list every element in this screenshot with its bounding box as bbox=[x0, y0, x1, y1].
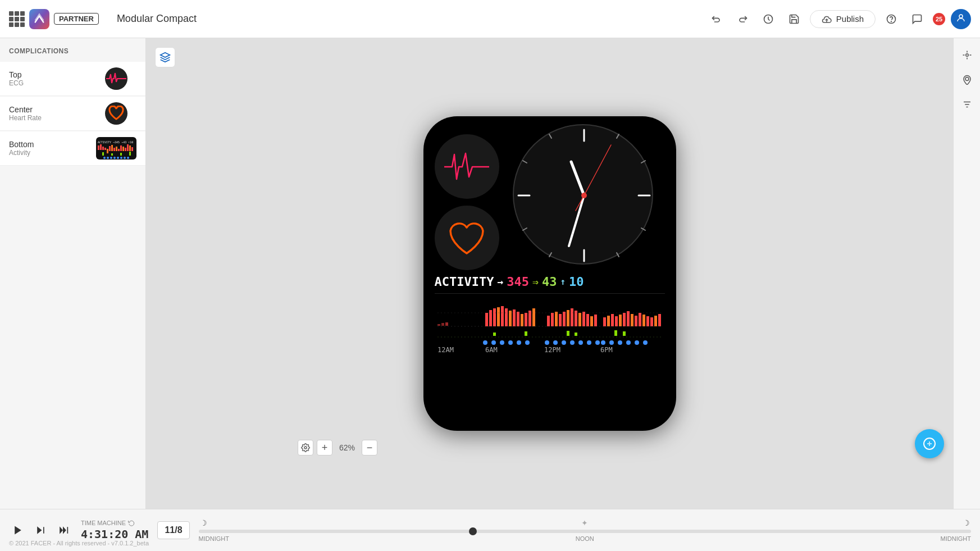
svg-rect-15 bbox=[118, 149, 120, 151]
svg-rect-72 bbox=[563, 312, 566, 326]
notification-badge[interactable]: 25 bbox=[933, 13, 945, 25]
clock-face bbox=[513, 124, 653, 265]
svg-rect-84 bbox=[615, 316, 618, 326]
svg-point-28 bbox=[110, 157, 112, 159]
svg-rect-8 bbox=[102, 147, 104, 150]
left-panel: COMPLICATIONS Top ECG Center Heart Rate bbox=[0, 38, 146, 509]
svg-point-117 bbox=[595, 340, 600, 345]
main-area: COMPLICATIONS Top ECG Center Heart Rate bbox=[0, 38, 980, 509]
svg-marker-34 bbox=[161, 53, 170, 57]
wf-ecg-complication[interactable] bbox=[435, 134, 499, 199]
activity-val2: 43 bbox=[542, 275, 557, 289]
redo-button[interactable] bbox=[732, 9, 753, 29]
svg-point-27 bbox=[107, 157, 109, 159]
svg-rect-24 bbox=[120, 153, 122, 156]
grid-icon[interactable] bbox=[9, 11, 25, 27]
svg-point-31 bbox=[120, 157, 122, 159]
svg-point-119 bbox=[609, 340, 614, 345]
svg-rect-22 bbox=[102, 152, 104, 156]
svg-point-109 bbox=[517, 340, 521, 345]
svg-point-120 bbox=[618, 340, 622, 345]
zoom-out-button[interactable]: − bbox=[362, 440, 377, 456]
svg-rect-55 bbox=[485, 313, 488, 326]
save-button[interactable] bbox=[784, 9, 804, 29]
activity-val1: 345 bbox=[507, 275, 529, 289]
svg-line-41 bbox=[641, 228, 645, 230]
svg-point-29 bbox=[113, 157, 116, 159]
avatar-button[interactable] bbox=[951, 9, 971, 29]
timeline-midnight-left: MIDNIGHT bbox=[199, 535, 229, 542]
svg-rect-14 bbox=[116, 147, 117, 151]
svg-rect-19 bbox=[127, 144, 129, 151]
svg-rect-85 bbox=[619, 315, 622, 326]
right-panel-target-btn[interactable] bbox=[957, 45, 977, 65]
activity-arrow1: → bbox=[497, 276, 503, 288]
svg-rect-11 bbox=[109, 146, 111, 151]
right-panel-location-btn[interactable] bbox=[957, 70, 977, 90]
topbar-actions: Publish 25 bbox=[706, 9, 971, 29]
svg-rect-13 bbox=[113, 148, 115, 151]
svg-point-110 bbox=[525, 340, 530, 345]
avatar-icon bbox=[956, 13, 966, 25]
publish-cloud-icon bbox=[822, 14, 832, 24]
ecg-preview bbox=[105, 67, 127, 90]
svg-rect-91 bbox=[642, 315, 645, 326]
timeline-track[interactable] bbox=[199, 530, 971, 533]
svg-rect-68 bbox=[547, 316, 550, 326]
svg-point-107 bbox=[500, 340, 504, 345]
layers-button[interactable] bbox=[155, 47, 175, 67]
svg-point-123 bbox=[643, 340, 648, 345]
svg-rect-7 bbox=[100, 144, 102, 150]
svg-rect-100 bbox=[567, 331, 569, 336]
svg-rect-67 bbox=[532, 308, 535, 326]
svg-rect-57 bbox=[493, 308, 496, 326]
right-panel-filter-btn[interactable] bbox=[957, 94, 977, 115]
zoom-in-button[interactable]: + bbox=[317, 440, 332, 456]
complication-item-top[interactable]: Top ECG bbox=[0, 62, 145, 96]
fab-button[interactable] bbox=[915, 429, 944, 458]
chat-button[interactable] bbox=[907, 9, 927, 29]
svg-rect-95 bbox=[658, 314, 661, 326]
svg-point-116 bbox=[587, 340, 591, 345]
svg-rect-16 bbox=[120, 145, 122, 151]
svg-rect-71 bbox=[559, 314, 562, 326]
svg-line-44 bbox=[523, 228, 527, 230]
settings-button[interactable] bbox=[298, 440, 313, 456]
svg-point-3 bbox=[891, 21, 892, 21]
complication-item-bottom[interactable]: Bottom Activity ACTIVITY →345 ⇒43 ↑10 bbox=[0, 131, 145, 166]
svg-rect-80 bbox=[594, 315, 597, 326]
svg-rect-94 bbox=[654, 316, 657, 326]
svg-rect-76 bbox=[578, 313, 581, 326]
complication-preview-bottom: ACTIVITY →345 ⇒43 ↑10 bbox=[96, 137, 136, 160]
svg-text:6PM: 6PM bbox=[600, 346, 613, 354]
complication-item-center[interactable]: Center Heart Rate bbox=[0, 97, 145, 131]
svg-point-108 bbox=[508, 340, 513, 345]
svg-point-121 bbox=[626, 340, 631, 345]
svg-line-48 bbox=[569, 195, 584, 246]
svg-rect-17 bbox=[122, 147, 124, 151]
center-canvas: ACTIVITY → 345 ⇒ 43 ↑ 10 bbox=[146, 38, 953, 509]
watch-face: ACTIVITY → 345 ⇒ 43 ↑ 10 bbox=[423, 116, 676, 431]
undo-button[interactable] bbox=[706, 9, 727, 29]
svg-point-4 bbox=[959, 15, 963, 18]
date-badge[interactable]: 11/8 bbox=[157, 521, 189, 539]
complication-label-center: Center Heart Rate bbox=[9, 105, 42, 122]
right-panel bbox=[953, 38, 980, 509]
topbar: PARTNER Modular Compact Publish 25 bbox=[0, 0, 980, 38]
history-button[interactable] bbox=[758, 9, 778, 29]
wf-heart-complication[interactable] bbox=[435, 206, 499, 270]
timeline-thumb[interactable] bbox=[469, 527, 477, 535]
complication-preview-center bbox=[96, 102, 136, 125]
svg-rect-56 bbox=[489, 310, 492, 326]
canvas-toolbar bbox=[155, 47, 175, 67]
svg-rect-62 bbox=[513, 309, 516, 326]
help-button[interactable] bbox=[881, 9, 901, 29]
svg-rect-9 bbox=[104, 148, 106, 150]
svg-rect-21 bbox=[131, 147, 133, 151]
svg-point-134 bbox=[965, 78, 969, 81]
moon-icon-left: ☽ bbox=[200, 518, 207, 527]
svg-rect-58 bbox=[497, 307, 500, 326]
publish-button[interactable]: Publish bbox=[810, 10, 876, 28]
svg-rect-6 bbox=[98, 145, 99, 150]
svg-rect-86 bbox=[623, 313, 626, 326]
